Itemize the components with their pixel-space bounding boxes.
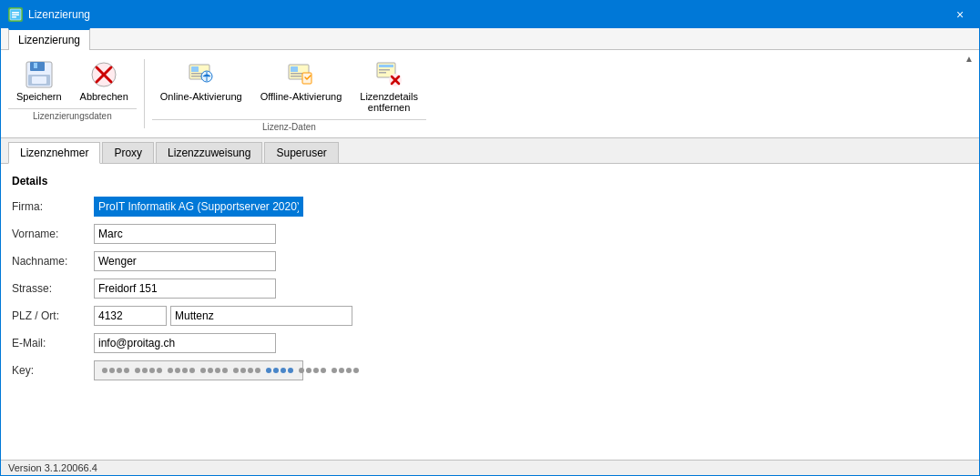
- offline-aktivierung-label: Offline-Aktivierung: [260, 91, 342, 102]
- key-dots: [98, 368, 362, 373]
- vorname-row: Vorname:: [12, 224, 968, 244]
- svg-rect-25: [379, 65, 393, 67]
- nachname-row: Nachname:: [12, 251, 968, 271]
- offline-aktivierung-icon: [286, 60, 315, 89]
- ribbon-group-buttons-1: Speichern Abbrechen: [8, 56, 137, 106]
- cancel-label: Abbrechen: [80, 91, 128, 102]
- tab-proxy[interactable]: Proxy: [102, 142, 154, 163]
- svg-rect-3: [12, 16, 16, 18]
- lizenzdetails-entfernen-button[interactable]: Lizenzdetails entfernen: [352, 56, 426, 117]
- tab-bar: Lizenznehmer Proxy Lizenzzuweisung Super…: [1, 138, 979, 163]
- lizenzdetails-entfernen-icon: [374, 60, 403, 89]
- nachname-label: Nachname:: [12, 255, 94, 268]
- plz-ort-fields: [94, 306, 352, 326]
- ribbon-tab-lizenzierung[interactable]: Lizenzierung: [8, 28, 90, 50]
- ribbon-group-buttons-2: Online-Aktivierung: [152, 56, 426, 117]
- email-input[interactable]: [94, 333, 276, 353]
- group1-label: Lizenzierungsdaten: [8, 108, 137, 121]
- strasse-row: Strasse:: [12, 279, 968, 299]
- cancel-button[interactable]: Abbrechen: [72, 56, 137, 106]
- svg-rect-22: [291, 76, 301, 77]
- vorname-label: Vorname:: [12, 228, 94, 240]
- version-text: Version 3.1.20066.4: [8, 462, 97, 473]
- key-label: Key:: [12, 364, 94, 377]
- save-label: Speichern: [16, 91, 62, 102]
- status-bar: Version 3.1.20066.4: [1, 460, 979, 475]
- online-aktivierung-label: Online-Aktivierung: [160, 91, 242, 102]
- email-row: E-Mail:: [12, 333, 968, 353]
- lizenzdetails-entfernen-label: Lizenzdetails entfernen: [360, 91, 418, 113]
- save-icon: [25, 60, 54, 89]
- key-field[interactable]: [94, 360, 303, 380]
- save-button[interactable]: Speichern: [8, 56, 70, 106]
- svg-rect-27: [379, 72, 386, 74]
- ort-input[interactable]: [170, 306, 352, 326]
- tab-lizenzzuweisung[interactable]: Lizenzzuweisung: [156, 142, 262, 163]
- plz-row: PLZ / Ort:: [12, 306, 968, 326]
- offline-aktivierung-button[interactable]: Offline-Aktivierung: [252, 56, 351, 117]
- plz-input[interactable]: [94, 306, 167, 326]
- tab-content-lizenznehmer: Details Firma: Vorname: Nachname: Strass…: [1, 163, 979, 460]
- svg-rect-20: [291, 66, 298, 72]
- ribbon: Lizenzierung: [1, 28, 979, 138]
- ribbon-group-lizenzierungsdaten: Speichern Abbrechen: [8, 56, 137, 121]
- strasse-label: Strasse:: [12, 282, 94, 295]
- window-title: Lizenzierung: [28, 8, 90, 21]
- title-bar: Lizenzierung ×: [1, 1, 979, 28]
- ribbon-content: Speichern Abbrechen: [1, 50, 979, 137]
- vorname-input[interactable]: [94, 224, 276, 244]
- key-row: Key:: [12, 360, 968, 380]
- ribbon-separator-1: [144, 59, 145, 128]
- tab-lizenznehmer[interactable]: Lizenznehmer: [8, 142, 100, 164]
- svg-rect-8: [32, 76, 46, 84]
- scroll-indicator: ▲: [965, 54, 975, 64]
- firma-row: Firma:: [12, 197, 968, 217]
- svg-rect-2: [12, 15, 19, 16]
- app-icon: [8, 7, 23, 22]
- online-aktivierung-button[interactable]: Online-Aktivierung: [152, 56, 250, 117]
- nachname-input[interactable]: [94, 251, 276, 271]
- svg-rect-6: [34, 63, 37, 68]
- cancel-icon: [89, 60, 118, 89]
- svg-rect-1: [12, 12, 19, 14]
- strasse-input[interactable]: [94, 279, 276, 299]
- plz-label: PLZ / Ort:: [12, 309, 94, 322]
- svg-rect-26: [379, 69, 390, 71]
- tab-superuser[interactable]: Superuser: [264, 142, 338, 163]
- close-button[interactable]: ×: [948, 5, 972, 24]
- ribbon-group-lizenz: Online-Aktivierung: [152, 56, 426, 132]
- online-aktivierung-icon: [187, 60, 216, 89]
- svg-rect-13: [191, 66, 199, 72]
- firma-label: Firma:: [12, 200, 94, 213]
- firma-input[interactable]: [94, 197, 303, 217]
- ribbon-tab-bar: Lizenzierung: [1, 28, 979, 50]
- title-bar-left: Lizenzierung: [8, 7, 90, 22]
- section-title: Details: [12, 175, 968, 187]
- group2-label: Lizenz-Daten: [152, 119, 426, 132]
- main-window: Lizenzierung × Lizenzierung: [0, 0, 980, 476]
- email-label: E-Mail:: [12, 337, 94, 349]
- svg-rect-15: [191, 76, 202, 77]
- main-content: Lizenznehmer Proxy Lizenzzuweisung Super…: [1, 138, 979, 460]
